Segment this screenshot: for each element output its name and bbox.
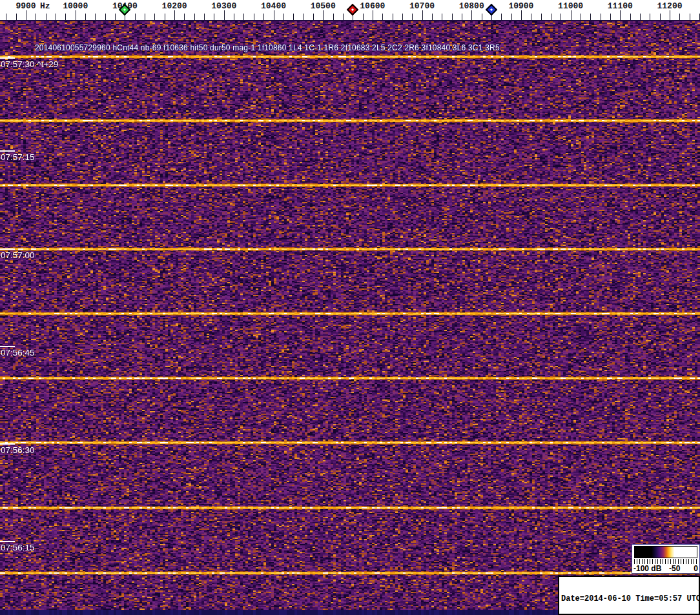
colorbar-gradient: [634, 546, 697, 558]
freq-tick: [274, 10, 274, 20]
time-label: 07:56:30: [1, 445, 35, 455]
freq-tick: [363, 14, 364, 20]
colorbar-tick: [660, 559, 661, 564]
freq-tick: [373, 10, 373, 20]
freq-tick: [551, 14, 551, 20]
observation-info-box: Date=2014-06-10 Time=05:57 UTC Freq=143 …: [558, 576, 700, 615]
freq-tick: [165, 14, 165, 20]
marker-red-icon[interactable]: [347, 4, 358, 15]
info-line-date: Date=2014-06-10 Time=05:57 UTC: [561, 595, 697, 604]
colorbar-tick: [681, 559, 681, 564]
colorbar-label-min: -100 dB: [633, 564, 661, 573]
time-tick: [0, 248, 15, 250]
freq-tick: [640, 14, 641, 20]
time-tick: [0, 57, 15, 59]
freq-tick: [402, 14, 403, 20]
detection-header-text: 20140610055729960 hCnt44 nb-69 f10636 hi…: [35, 43, 500, 52]
colorbar-tick: [642, 559, 643, 564]
colorbar-tick: [696, 559, 697, 564]
freq-tick: [65, 14, 66, 20]
freq-tick: [412, 14, 413, 20]
colorbar: -100 dB -50 0: [632, 544, 700, 574]
time-label: 07:57:00: [1, 250, 35, 260]
colorbar-tick: [639, 559, 640, 564]
time-tick: [0, 541, 15, 542]
colorbar-tick: [634, 559, 635, 564]
spectrogram-canvas: [0, 20, 700, 615]
freq-tick: [620, 10, 621, 20]
freq-tick: [343, 14, 344, 20]
freq-tick: [105, 14, 106, 20]
freq-tick: [442, 14, 442, 20]
freq-tick-label: 10800: [459, 1, 484, 11]
time-tick: [0, 346, 15, 347]
freq-tick-label: 10500: [311, 1, 336, 11]
spectrogram-window: Hz 9900100001010010200103001040010500106…: [0, 0, 700, 615]
freq-tick: [601, 14, 601, 20]
time-tick: [0, 150, 15, 152]
frequency-axis: Hz 9900100001010010200103001040010500106…: [0, 0, 700, 20]
freq-tick: [16, 14, 17, 20]
freq-tick-label: 11200: [657, 1, 682, 11]
colorbar-tick: [663, 559, 663, 564]
freq-tick: [115, 14, 116, 20]
freq-tick: [610, 14, 611, 20]
freq-tick: [214, 14, 214, 20]
freq-tick: [234, 14, 234, 20]
freq-tick: [323, 10, 324, 20]
colorbar-tick: [675, 559, 676, 564]
freq-tick: [511, 14, 512, 20]
freq-tick: [590, 14, 591, 20]
colorbar-tick: [688, 559, 689, 564]
colorbar-tick: [665, 559, 666, 564]
freq-tick: [85, 14, 86, 20]
freq-tick: [26, 10, 26, 20]
freq-tick-label: 10000: [63, 1, 88, 11]
freq-tick: [393, 14, 393, 20]
freq-tick: [660, 14, 661, 20]
freq-tick-label: 9900: [15, 1, 36, 11]
colorbar-tick: [691, 559, 692, 564]
freq-tick: [46, 14, 46, 20]
freq-tick: [650, 14, 650, 20]
colorbar-tick: [668, 559, 668, 564]
freq-tick: [462, 14, 462, 20]
freq-tick: [174, 10, 175, 20]
time-label: 07:56:15: [1, 543, 35, 552]
freq-tick: [382, 14, 383, 20]
freq-tick-label: 10400: [261, 1, 286, 11]
colorbar-tick: [652, 559, 653, 564]
freq-tick: [224, 10, 225, 20]
colorbar-label-max: 0: [694, 564, 698, 573]
freq-tick: [6, 14, 6, 20]
freq-tick: [76, 10, 76, 20]
time-label: 07:57:15: [1, 152, 35, 162]
colorbar-tick: [694, 559, 694, 564]
freq-tick: [204, 14, 205, 20]
freq-tick: [541, 14, 542, 20]
freq-tick: [531, 14, 531, 20]
freq-tick: [561, 14, 561, 20]
freq-tick: [482, 14, 482, 20]
colorbar-tick: [657, 559, 658, 564]
freq-tick: [471, 10, 472, 20]
freq-tick: [293, 14, 294, 20]
colorbar-tick: [673, 559, 674, 564]
marker-blue-icon[interactable]: [486, 4, 497, 15]
freq-tick-label: 10700: [409, 1, 435, 11]
freq-tick-label: 10900: [508, 1, 533, 11]
freq-tick-label: 11000: [558, 1, 583, 11]
freq-tick-label: 11100: [608, 1, 633, 11]
colorbar-tick: [686, 559, 686, 564]
freq-tick: [154, 14, 155, 20]
freq-tick: [283, 14, 284, 20]
freq-tick: [145, 14, 145, 20]
colorbar-labels: -100 dB -50 0: [632, 564, 700, 573]
colorbar-tick: [670, 559, 671, 564]
freq-tick: [313, 14, 314, 20]
freq-tick: [432, 14, 433, 20]
colorbar-tick: [678, 559, 679, 564]
time-label: 07:56:45: [1, 348, 35, 358]
freq-tick: [422, 10, 423, 20]
freq-tick-label: 10300: [211, 1, 236, 11]
